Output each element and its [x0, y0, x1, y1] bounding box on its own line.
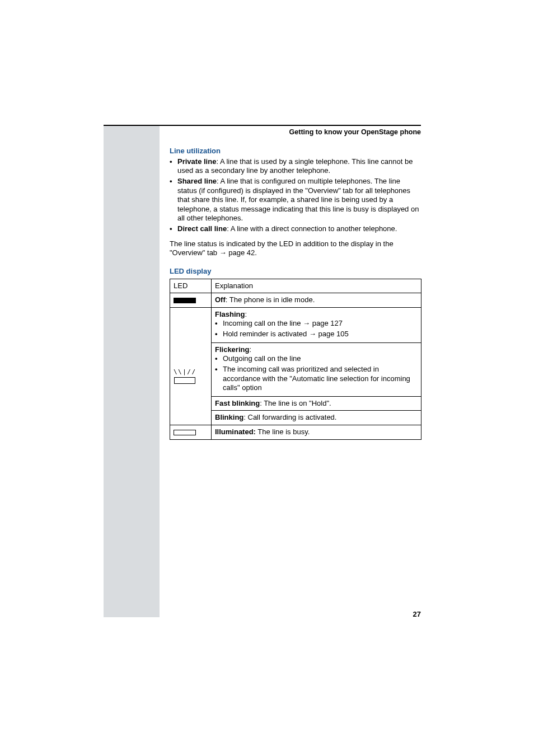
explanation-cell: Flashing: Incoming call on the line → pa…	[212, 307, 421, 342]
off-label: Off	[215, 295, 226, 304]
status-paragraph: The line status is indicated by the LED …	[170, 240, 421, 258]
illum-label: Illuminated:	[215, 428, 256, 436]
led-table: LED Explanation Off: The phone is in idl…	[170, 279, 421, 440]
section-title-line-utilization: Line utilization	[170, 147, 421, 156]
flickering-label: Flickering	[215, 345, 249, 354]
off-text: : The phone is in idle mode.	[226, 295, 315, 304]
flickering-list: Outgoing call on the line The incoming c…	[215, 354, 418, 393]
page-ref: page 105	[318, 330, 349, 338]
status-text: The line status is indicated by the LED …	[170, 240, 394, 257]
led-illuminated-icon	[174, 430, 196, 435]
page-ref: page 127	[312, 319, 343, 327]
header-rule	[104, 125, 421, 126]
page-content: Line utilization Private line: A line th…	[170, 147, 421, 440]
term-shared-line: Shared line	[177, 177, 217, 185]
table-row: \\|// Flashing: Incoming call on the lin…	[170, 307, 421, 342]
sidebar-strip	[104, 125, 160, 617]
arrow-icon: →	[219, 248, 229, 257]
page-number: 27	[413, 610, 421, 618]
blinking-label: Blinking	[215, 413, 243, 421]
header-led: LED	[170, 279, 212, 293]
running-header: Getting to know your OpenStage phone	[104, 128, 421, 136]
table-row: Off: The phone is in idle mode.	[170, 293, 421, 308]
flashing-label: Flashing	[215, 310, 245, 318]
term-text: : A line with a direct connection to ano…	[227, 224, 397, 233]
item-text: Hold reminder is activated	[223, 330, 309, 338]
led-off-cell	[170, 293, 212, 308]
list-item: Private line: A line that is used by a s…	[177, 157, 421, 176]
explanation-cell: Fast blinking: The line is on "Hold".	[212, 396, 421, 411]
explanation-cell: Blinking: Call forwarding is activated.	[212, 411, 421, 425]
led-flashing-icon: \\|//	[174, 346, 196, 386]
fastblink-text: : The line is on "Hold".	[260, 399, 331, 407]
section-title-led-display: LED display	[170, 267, 421, 276]
arrow-icon: →	[309, 330, 318, 338]
header-explanation: Explanation	[212, 279, 421, 293]
explanation-cell: Off: The phone is in idle mode.	[212, 293, 421, 308]
illum-text: The line is busy.	[256, 428, 310, 436]
list-item: Hold reminder is activated → page 105	[223, 330, 418, 339]
table-header-row: LED Explanation	[170, 279, 421, 293]
led-illum-cell	[170, 425, 212, 440]
list-item: Shared line: A line that is configured o…	[177, 177, 421, 223]
led-off-icon	[174, 298, 196, 303]
page-ref: page 42.	[228, 248, 257, 257]
line-utilization-list: Private line: A line that is used by a s…	[170, 157, 421, 234]
explanation-cell: Flickering: Outgoing call on the line Th…	[212, 342, 421, 396]
item-text: Incoming call on the line	[223, 319, 303, 327]
table-row: Illuminated: The line is busy.	[170, 425, 421, 440]
explanation-cell: Illuminated: The line is busy.	[212, 425, 421, 440]
led-flash-cell: \\|//	[170, 307, 212, 425]
list-item: The incoming call was prioritized and se…	[223, 365, 418, 393]
list-item: Outgoing call on the line	[223, 354, 418, 364]
list-item: Direct call line: A line with a direct c…	[177, 224, 421, 234]
term-private-line: Private line	[177, 157, 216, 166]
arrow-icon: →	[303, 319, 312, 327]
flashing-list: Incoming call on the line → page 127 Hol…	[215, 319, 418, 339]
fastblink-label: Fast blinking	[215, 399, 260, 407]
list-item: Incoming call on the line → page 127	[223, 319, 418, 328]
blinking-text: : Call forwarding is activated.	[243, 413, 336, 421]
term-direct-call-line: Direct call line	[177, 224, 227, 233]
